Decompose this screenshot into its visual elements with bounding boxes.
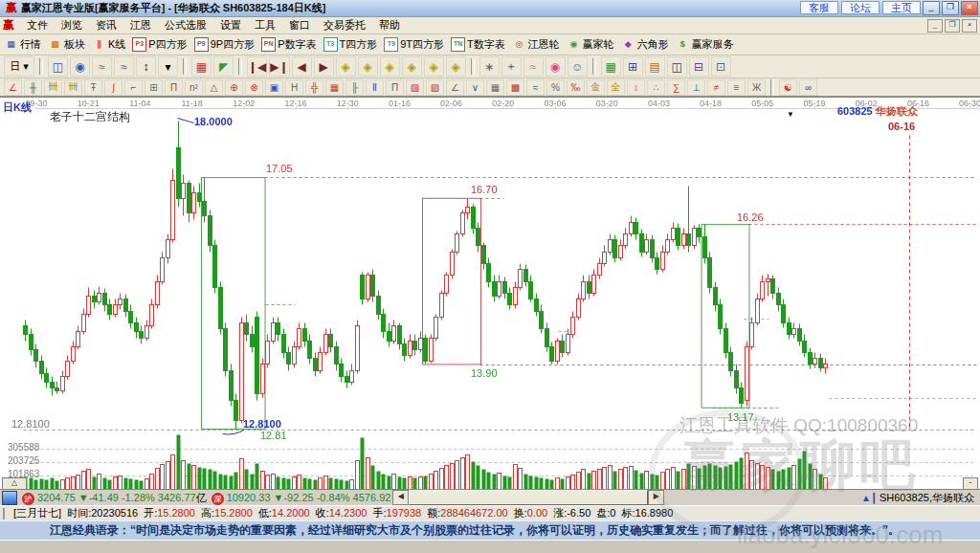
triangle-tool-icon[interactable]: △ [205,79,223,96]
period-selector[interactable]: 日 ▾ [4,56,34,77]
zoom-diamond-4[interactable]: ◈ [402,56,422,77]
zoom-diamond-5[interactable]: ◈ [424,56,444,77]
wave-tool-icon[interactable]: ≈ [523,56,544,77]
customer-service-button[interactable]: 客服 [800,1,838,14]
restore-button[interactable]: ❐ [942,1,959,15]
printer-icon[interactable]: ⊟ [689,56,709,77]
calendar-icon[interactable]: ▦ [601,56,621,77]
eta-tool-icon[interactable]: Η [285,79,303,96]
box-tool-icon[interactable]: ⊞ [145,79,163,96]
gann-grid2-icon[interactable]: 卌 [64,79,82,96]
sh-index-quote[interactable]: 3204.75 ▼-41.49 -1.28% 3426.77亿 [37,492,207,503]
updown2-icon[interactable]: ↕ [627,79,645,96]
flower-icon[interactable]: ◉ [546,56,566,77]
calculator-icon[interactable]: ⊞ [623,56,643,77]
toolbar-9p-square-button[interactable]: P99P四方形 [194,37,255,52]
hatch2-icon[interactable]: ▧ [426,79,444,96]
infinity-icon[interactable]: ∞ [799,79,817,96]
scroll-left-button[interactable]: ◀ [392,490,409,505]
last-bar-button[interactable]: ▶❙ [269,56,289,77]
hand-tool-icon[interactable]: ∗ [479,56,500,77]
sz-index-quote[interactable]: 10920.33 ▼-92.25 -0.84% 4576.92 [227,492,391,503]
noteq-icon[interactable]: ≠ [707,79,725,96]
menu-browse[interactable]: 浏览 [55,17,89,33]
shade-icon[interactable]: ▩ [506,79,524,96]
grip-handle[interactable] [3,508,11,520]
first-bar-button[interactable]: ❙◀ [247,56,267,77]
permille-icon[interactable]: ‰ [567,79,585,96]
zoom-diamond-6[interactable]: ◈ [446,56,466,77]
table-icon[interactable]: ▦ [486,79,504,96]
grid-tool-icon[interactable]: ╫ [24,79,42,96]
percent-icon[interactable]: % [546,79,565,96]
gold-icon[interactable]: 金 [587,79,605,96]
circle-x-icon[interactable]: ⊗ [245,79,263,96]
menu-help[interactable]: 帮助 [372,17,407,33]
menu-window[interactable]: 窗口 [282,17,317,33]
fibonacci-icon[interactable]: Ŧ [84,79,102,96]
therefore-icon[interactable]: ∴ [647,79,665,96]
toolbar-quotes-button[interactable]: ▦行情 [4,37,41,52]
sz-index-icon[interactable]: 深 [212,493,224,505]
wave2-icon[interactable]: ≈ [526,79,545,96]
menu-file[interactable]: 文件 [20,17,55,33]
current-stock-label[interactable]: SH603825,华扬联众 [880,491,974,505]
homepage-button[interactable]: 主页 [882,1,921,14]
toolbar-p-number-table-button[interactable]: PNP数字表 [261,37,316,52]
dropdown-arrow-icon[interactable]: ▾ [158,56,178,77]
bars-icon[interactable]: Ⅱ [366,79,384,96]
save-icon[interactable]: ◫ [667,56,687,77]
toolbar-t-square-button[interactable]: T3T四方形 [323,37,378,52]
toolbar-winner-service-button[interactable]: $赢家服务 [676,37,734,52]
kline-chart-canvas[interactable] [0,98,980,490]
angle-icon[interactable]: ⌐ [124,79,143,96]
updown-icon[interactable]: ↕ [136,56,156,77]
toolbar-hexagon-button[interactable]: ◆六角形 [621,37,669,52]
gate-icon[interactable]: Π [386,79,404,96]
quan-icon[interactable]: 全 [607,79,625,96]
mdi-minimize-button[interactable]: _ [927,19,943,33]
period-label[interactable]: 日K线 [3,100,32,115]
toolbar-p-square-button[interactable]: P3P四方形 [132,37,187,52]
taiji-icon[interactable]: ☯ [779,79,797,96]
pen-tool-icon[interactable]: ∠ [4,79,22,96]
perp-icon[interactable]: ⊥ [687,79,705,96]
menu-formula-stock-pick[interactable]: 公式选股 [158,17,213,33]
chip-icon[interactable]: ▦ [191,56,212,77]
cross-grid-icon[interactable]: ╬ [305,79,323,96]
toolbar-sectors-button[interactable]: ▩板块 [48,37,85,52]
export-icon[interactable]: ⊡ [711,56,731,77]
dense-grid-icon[interactable]: ▦ [325,79,344,96]
toolbar-winner-wheel-button[interactable]: ◉赢家轮 [567,37,614,52]
calendar-grid-icon[interactable] [2,491,17,505]
mdi-close-button[interactable]: × [962,19,977,33]
gann-grid-icon[interactable]: 卌 [44,79,62,96]
toolbar-9t-square-button[interactable]: T99T四方形 [384,37,444,52]
close-button[interactable]: × [961,1,978,15]
square-dot-icon[interactable]: ▣ [265,79,283,96]
hatch-icon[interactable]: ▨ [406,79,424,96]
layout-icon[interactable]: ◫ [48,56,68,77]
half-grid-icon[interactable]: ╟ [345,79,364,96]
crosshair-icon[interactable]: ＋ [501,56,522,77]
zoom-diamond-3[interactable]: ◈ [380,56,400,77]
toolbar-gann-wheel-button[interactable]: ◎江恩轮 [512,37,560,52]
check-line-icon[interactable]: ∨ [466,79,484,96]
circle-cross-icon[interactable]: ⊕ [225,79,243,96]
info-circle-icon[interactable]: ◉ [70,56,90,77]
scrollbar-thumb[interactable] [409,490,648,505]
flag-icon[interactable]: ◤ [213,56,234,77]
next-bar-button[interactable]: ▶ [314,56,334,77]
menu-news[interactable]: 资讯 [89,17,123,33]
menu-tools[interactable]: 工具 [248,17,282,33]
menu-gann[interactable]: 江恩 [123,17,158,33]
angle2-icon[interactable]: ∠ [446,79,464,96]
minimize-button[interactable]: _ [923,1,940,15]
prev-bar-button[interactable]: ◀ [292,56,312,77]
forum-button[interactable]: 论坛 [841,1,880,14]
menu-settings[interactable]: 设置 [213,17,248,33]
menu-trade-entrust[interactable]: 交易委托 [317,17,372,33]
zh-icon[interactable]: Ж [747,79,766,96]
zoom-diamond-1[interactable]: ◈ [336,56,356,77]
mdi-restore-button[interactable]: ❐ [945,19,960,33]
